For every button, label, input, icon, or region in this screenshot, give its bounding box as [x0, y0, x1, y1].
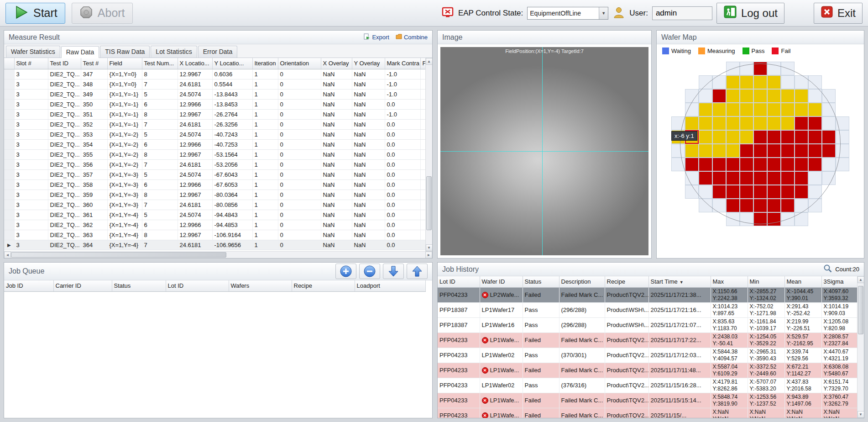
scroll-right-icon[interactable]: ► — [425, 252, 432, 258]
column-header-field[interactable]: Field — [107, 58, 142, 69]
column-header-carrier-id[interactable]: Carrier ID — [53, 280, 112, 291]
wafer-die-empty[interactable] — [836, 130, 849, 144]
column-header-fo[interactable]: FO — [420, 58, 425, 69]
wafer-die-empty[interactable] — [685, 103, 699, 116]
wafer-die-empty[interactable] — [808, 89, 822, 103]
wafer-die-measuring[interactable] — [685, 116, 699, 130]
column-header-status[interactable]: Status — [112, 280, 166, 291]
wafer-die-measuring[interactable] — [795, 89, 808, 103]
table-row[interactable]: 3DIE2_TQ...348{X=1,Y=0}724.61810.554410N… — [4, 79, 425, 89]
wafer-die-empty[interactable] — [808, 199, 822, 212]
scrollbar-track[interactable] — [11, 252, 425, 258]
column-header-min[interactable]: Min — [748, 276, 784, 287]
user-input[interactable] — [652, 6, 712, 20]
wafer-die-measuring[interactable] — [781, 116, 795, 130]
scrollbar-track[interactable] — [858, 283, 864, 411]
wafer-die-empty[interactable] — [699, 75, 712, 89]
history-row[interactable]: PFP04233✕LP1Wafe...FailedFailed Mark C..… — [438, 408, 857, 418]
wafer-die-fail[interactable] — [685, 158, 699, 171]
scrollbar-thumb[interactable] — [858, 286, 863, 334]
wafer-die-fail[interactable] — [781, 199, 795, 212]
wafer-die-measuring[interactable] — [726, 130, 740, 144]
scroll-left-icon[interactable]: ◄ — [4, 252, 11, 258]
table-row[interactable]: 3DIE2_TQ...357{X=1,Y=-3}524.5074-67.6043… — [4, 169, 425, 179]
history-row[interactable]: PFP04233✕LP1Wafe...FailedFailed Mark C..… — [438, 332, 857, 348]
wafer-die-measuring[interactable] — [753, 116, 767, 130]
wafer-die-fail[interactable] — [726, 199, 740, 212]
wafer-die-measuring[interactable] — [740, 116, 753, 130]
wafer-die-empty[interactable] — [671, 158, 685, 171]
tab-lot-statistics[interactable]: Lot Statistics — [151, 46, 197, 58]
wafer-die-fail[interactable] — [808, 158, 822, 171]
wafer-die-measuring[interactable] — [726, 116, 740, 130]
column-header-x-locatio[interactable]: X Locatio... — [178, 58, 212, 69]
tab-wafer-statistics[interactable]: Wafer Statistics — [6, 46, 60, 58]
row-selector[interactable] — [4, 159, 14, 169]
wafer-die-measuring[interactable] — [726, 75, 740, 89]
wafer-die-measuring[interactable] — [795, 103, 808, 116]
wafer-die-measuring[interactable] — [699, 103, 712, 116]
table-row[interactable]: ▶3DIE2_TQ...364{X=1,Y=-4}724.6181-106.96… — [4, 240, 425, 250]
combine-link[interactable]: Combine — [396, 33, 428, 41]
wafer-die-fail[interactable] — [808, 130, 822, 144]
abort-button[interactable]: Abort — [72, 3, 133, 24]
table-row[interactable]: 3DIE2_TQ...356{X=1,Y=-2}724.6181-53.2056… — [4, 159, 425, 169]
row-selector[interactable] — [4, 69, 14, 79]
wafer-die-fail[interactable] — [795, 130, 808, 144]
row-selector[interactable] — [4, 109, 14, 119]
wafer-die-empty[interactable] — [808, 185, 822, 199]
wafer-die-empty[interactable] — [836, 116, 849, 130]
wafer-die-measuring[interactable] — [712, 103, 726, 116]
history-row[interactable]: PFP18387LP1Wafer17Pass(296/288)Product\W… — [438, 302, 857, 317]
wafer-die-measuring[interactable] — [685, 144, 699, 158]
scroll-down-icon[interactable]: ▼ — [426, 244, 433, 251]
wafer-die-measuring[interactable] — [726, 89, 740, 103]
table-row[interactable]: 3DIE2_TQ...363{X=1,Y=-4}812.9967-106.916… — [4, 230, 425, 240]
wafer-die-fail[interactable] — [795, 158, 808, 171]
wafer-die-measuring[interactable] — [767, 116, 781, 130]
wafer-die-empty[interactable] — [822, 158, 836, 171]
wafer-die-fail[interactable] — [699, 171, 712, 185]
column-header-y-overlay[interactable]: Y Overlay — [352, 58, 385, 69]
column-header-y-locatio[interactable]: Y Locatio... — [212, 58, 252, 69]
column-header-recipe[interactable]: Recipe — [605, 276, 648, 287]
row-selector[interactable] — [4, 129, 14, 139]
scroll-down-icon[interactable]: ▼ — [858, 411, 864, 418]
wafer-die-empty[interactable] — [822, 103, 836, 116]
column-header-orientation[interactable]: Orientation — [278, 58, 321, 69]
wafer-die-fail[interactable] — [767, 185, 781, 199]
wafer-die-measuring[interactable] — [740, 130, 753, 144]
wafer-die-empty[interactable] — [795, 212, 808, 226]
wafer-die-fail[interactable] — [726, 185, 740, 199]
row-selector[interactable] — [4, 99, 14, 109]
wafer-die-fail[interactable] — [753, 144, 767, 158]
history-row[interactable]: PFP04233LP1Wafer02Pass(376/316)Product\T… — [438, 378, 857, 393]
column-header-3sigma[interactable]: 3Sigma — [821, 276, 857, 287]
column-header-iteration[interactable]: Iteration — [252, 58, 278, 69]
table-row[interactable]: 3DIE2_TQ...352{X=1,Y=-1}724.6181-26.3256… — [4, 119, 425, 129]
wafer-die-empty[interactable] — [795, 199, 808, 212]
row-selector[interactable] — [4, 190, 14, 200]
wafer-die-fail[interactable] — [712, 171, 726, 185]
wafer-die-empty[interactable] — [740, 212, 753, 226]
wafer-die-measuring[interactable] — [740, 89, 753, 103]
wafer-die-measuring[interactable] — [712, 130, 726, 144]
history-row[interactable]: PFP04233✕LP1Wafe...FailedFailed Mark C..… — [438, 363, 857, 378]
table-row[interactable]: 3DIE2_TQ...351{X=1,Y=-1}812.9967-26.2764… — [4, 109, 425, 119]
wafer-die-measuring[interactable] — [753, 103, 767, 116]
table-row[interactable]: 3DIE2_TQ...355{X=1,Y=-2}812.9967-53.1564… — [4, 149, 425, 159]
wafer-die-fail[interactable] — [767, 144, 781, 158]
wafer-die-fail[interactable] — [753, 212, 767, 226]
history-row[interactable]: PFP18387LP1Wafer16Pass(296/288)Product\W… — [438, 317, 857, 332]
start-button[interactable]: Start — [5, 3, 65, 24]
tab-error-data[interactable]: Error Data — [198, 46, 238, 58]
column-header-max[interactable]: Max — [711, 276, 748, 287]
wafer-die-measuring[interactable] — [753, 89, 767, 103]
wafer-die-fail[interactable] — [726, 171, 740, 185]
exit-button[interactable]: Exit — [814, 3, 863, 24]
wafer-die-fail[interactable] — [795, 171, 808, 185]
wafer-die-measuring[interactable] — [712, 144, 726, 158]
history-row[interactable]: PFP04233✕LP1Wafe...FailedFailed Mark C..… — [438, 393, 857, 408]
wafer-die-measuring[interactable] — [699, 130, 712, 144]
row-selector[interactable] — [4, 169, 14, 179]
